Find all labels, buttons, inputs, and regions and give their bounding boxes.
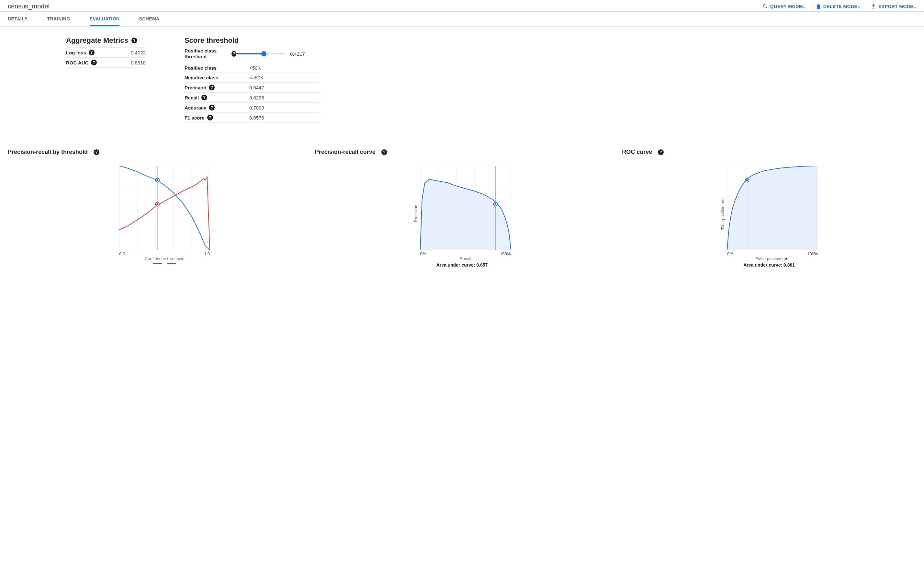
chart-roc-curve: ROC curve ? True positive rate 0% 100% F…: [622, 149, 916, 268]
threshold-slider-value: 0.4217: [290, 51, 305, 57]
evaluation-page: Aggregate Metrics ? Log loss ? 0.4022 RO…: [0, 27, 924, 281]
y-axis-label: Precision: [413, 205, 418, 222]
help-icon[interactable]: ?: [209, 105, 215, 110]
tab-details[interactable]: DETAILS: [8, 12, 28, 26]
row-label: Negative class: [185, 75, 218, 80]
svg-point-12: [156, 179, 158, 181]
legend-swatch-precision: [167, 263, 176, 264]
threshold-row-negative-class: Negative class <=50K: [185, 73, 321, 83]
help-icon[interactable]: ?: [381, 149, 387, 155]
metric-label: Log loss: [66, 50, 86, 55]
x-axis-label: Recall: [420, 256, 511, 261]
help-icon[interactable]: ?: [209, 85, 215, 90]
slider-fill: [236, 53, 264, 54]
model-title: census_model: [8, 3, 762, 10]
legend-swatch-recall: [153, 263, 162, 264]
tab-evaluation[interactable]: EVALUATION: [90, 12, 120, 26]
score-threshold-title: Score threshold: [185, 36, 239, 45]
row-label: Precision: [185, 85, 207, 90]
help-icon[interactable]: ?: [658, 149, 664, 155]
row-label: Recall: [185, 95, 199, 101]
aggregate-metrics-title: Aggregate Metrics: [66, 36, 128, 45]
chart-legend: [153, 263, 176, 264]
metric-value: 0.4022: [131, 50, 146, 55]
help-icon[interactable]: ?: [207, 115, 213, 120]
threshold-row-f1: F1 score ? 0.6576: [185, 113, 321, 123]
chart-svg: [727, 166, 818, 250]
help-icon[interactable]: ?: [94, 149, 99, 155]
upload-icon: [871, 3, 877, 9]
header-actions: QUERY MODEL DELETE MODEL EXPORT MODEL: [762, 3, 916, 9]
xtick-min: 0%: [727, 251, 733, 256]
threshold-slider[interactable]: [236, 53, 285, 54]
model-tabs: DETAILS TRAINING EVALUATION SCHEMA: [0, 12, 924, 27]
row-value: 0.7899: [249, 105, 264, 110]
row-label: F1 score: [185, 115, 204, 120]
help-icon[interactable]: ?: [89, 50, 94, 55]
delete-model-button[interactable]: DELETE MODEL: [816, 3, 860, 9]
chart-title-text: Precision-recall curve: [315, 149, 376, 156]
help-icon[interactable]: ?: [132, 38, 137, 43]
metric-label: ROC AUC: [66, 60, 88, 65]
export-model-button[interactable]: EXPORT MODEL: [871, 3, 916, 9]
threshold-slider-label: Positive class threshold: [185, 48, 229, 60]
search-icon: [762, 3, 768, 9]
slider-thumb[interactable]: [261, 51, 266, 56]
y-axis-label: True positive rate: [720, 197, 725, 230]
help-icon[interactable]: ?: [231, 51, 236, 57]
metric-row-roc-auc: ROC AUC ? 0.8810: [66, 58, 146, 68]
aggregate-metrics-panel: Aggregate Metrics ? Log loss ? 0.4022 RO…: [66, 36, 146, 123]
svg-point-10: [156, 203, 158, 205]
chart-pr-curve: Precision-recall curve ? Precision 0% 10…: [315, 149, 609, 268]
x-axis-label: False positive rate: [727, 256, 818, 261]
help-icon[interactable]: ?: [91, 60, 97, 65]
chart-svg: [420, 166, 511, 250]
row-value: <=50K: [249, 75, 264, 80]
chart-pr-by-threshold: Precision-recall by threshold ? 0.0 1.0 …: [8, 149, 302, 268]
delete-model-label: DELETE MODEL: [823, 4, 860, 9]
chart-auc-label: Area under curve: 0.881: [743, 262, 795, 268]
metric-value: 0.8810: [131, 60, 146, 65]
query-model-button[interactable]: QUERY MODEL: [762, 3, 805, 9]
chart-title-text: ROC curve: [622, 149, 652, 156]
query-model-label: QUERY MODEL: [770, 4, 805, 9]
threshold-row-positive-class: Positive class >50K: [185, 63, 321, 73]
threshold-row-precision: Precision ? 0.5447: [185, 83, 321, 93]
row-value: >50K: [249, 65, 261, 71]
chart-auc-label: Area under curve: 0.657: [437, 262, 488, 268]
trash-icon: [816, 3, 821, 9]
chart-title-text: Precision-recall by threshold: [8, 149, 88, 156]
aggregate-metrics-heading: Aggregate Metrics ?: [66, 36, 146, 45]
tab-training[interactable]: TRAINING: [47, 12, 70, 26]
xtick-max: 100%: [500, 251, 511, 256]
xtick-min: 0%: [420, 251, 426, 256]
threshold-slider-row: Positive class threshold ? 0.4217: [185, 47, 321, 63]
model-header: census_model QUERY MODEL DELETE MODEL EX…: [0, 0, 924, 12]
help-icon[interactable]: ?: [201, 95, 207, 101]
score-threshold-heading: Score threshold: [185, 36, 321, 45]
row-label: Positive class: [185, 65, 217, 71]
row-value: 0.6576: [249, 115, 264, 120]
svg-point-23: [494, 203, 496, 205]
xtick-min: 0.0: [119, 251, 125, 256]
threshold-row-accuracy: Accuracy ? 0.7899: [185, 102, 321, 113]
metric-row-log-loss: Log loss ? 0.4022: [66, 47, 146, 58]
row-label: Accuracy: [185, 105, 207, 110]
row-value: 0.8296: [249, 95, 264, 101]
chart-svg: [119, 166, 210, 250]
xtick-max: 1.0: [204, 251, 210, 256]
threshold-row-recall: Recall ? 0.8296: [185, 93, 321, 102]
xtick-max: 100%: [807, 251, 818, 256]
x-axis-label: Confidence threshold: [145, 256, 185, 261]
tab-schema[interactable]: SCHEMA: [139, 12, 159, 26]
svg-point-34: [746, 179, 748, 181]
export-model-label: EXPORT MODEL: [878, 4, 916, 9]
row-value: 0.5447: [249, 85, 264, 90]
score-threshold-panel: Score threshold Positive class threshold…: [185, 36, 321, 123]
